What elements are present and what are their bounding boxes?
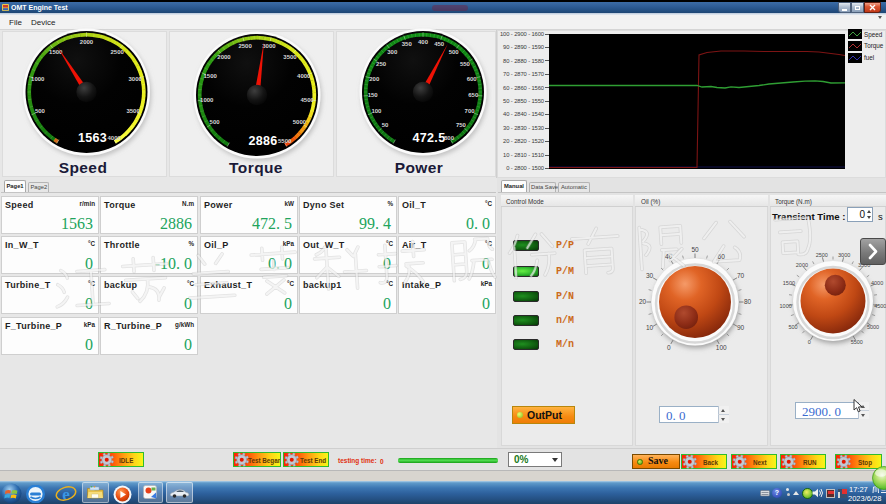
svg-text:3500: 3500 [126, 108, 140, 114]
svg-text:650: 650 [468, 92, 479, 98]
svg-text:450: 450 [434, 41, 445, 47]
svg-text:550: 550 [460, 61, 471, 67]
svg-text:600: 600 [467, 76, 478, 82]
svg-text:4500: 4500 [874, 303, 886, 309]
svg-text:750: 750 [456, 122, 467, 128]
svg-text:4000: 4000 [297, 73, 311, 79]
svg-text:5000: 5000 [293, 119, 307, 125]
svg-text:2000: 2000 [217, 54, 231, 60]
svg-text:2500: 2500 [238, 43, 252, 49]
svg-text:150: 150 [368, 92, 379, 98]
svg-text:4000: 4000 [108, 135, 122, 141]
svg-text:1000: 1000 [31, 76, 45, 82]
svg-text:3000: 3000 [262, 43, 276, 49]
svg-text:80: 80 [744, 298, 752, 305]
svg-text:700: 700 [465, 108, 476, 114]
svg-text:1563: 1563 [78, 131, 107, 145]
svg-text:1500: 1500 [204, 73, 218, 79]
svg-text:472.5: 472.5 [413, 131, 446, 145]
svg-text:4000: 4000 [871, 280, 883, 286]
svg-text:4500: 4500 [301, 97, 315, 103]
svg-text:0: 0 [667, 344, 671, 351]
svg-text:800: 800 [444, 135, 455, 141]
svg-text:50: 50 [382, 122, 389, 128]
svg-text:500: 500 [210, 119, 221, 125]
svg-text:2500: 2500 [111, 49, 125, 55]
svg-text:400: 400 [418, 39, 429, 45]
svg-text:2000: 2000 [80, 39, 94, 45]
svg-text:100: 100 [371, 108, 382, 114]
svg-text:5000: 5000 [867, 324, 879, 330]
svg-text:300: 300 [387, 49, 398, 55]
svg-text:200: 200 [369, 76, 380, 82]
svg-text:100: 100 [716, 344, 727, 351]
svg-text:250: 250 [376, 61, 387, 67]
svg-text:500: 500 [449, 49, 460, 55]
svg-text:1000: 1000 [200, 97, 214, 103]
svg-text:5500: 5500 [278, 138, 292, 144]
svg-text:3000: 3000 [129, 76, 143, 82]
svg-text:1000: 1000 [780, 303, 792, 309]
svg-text:350: 350 [402, 41, 413, 47]
svg-text:500: 500 [35, 108, 46, 114]
svg-text:500: 500 [788, 324, 797, 330]
svg-text:90: 90 [737, 324, 745, 331]
svg-text:3500: 3500 [283, 54, 297, 60]
svg-text:10: 10 [646, 324, 654, 331]
svg-text:20: 20 [639, 298, 647, 305]
svg-text:2886: 2886 [248, 134, 277, 148]
svg-text:0: 0 [808, 339, 811, 345]
svg-text:5500: 5500 [851, 339, 863, 345]
